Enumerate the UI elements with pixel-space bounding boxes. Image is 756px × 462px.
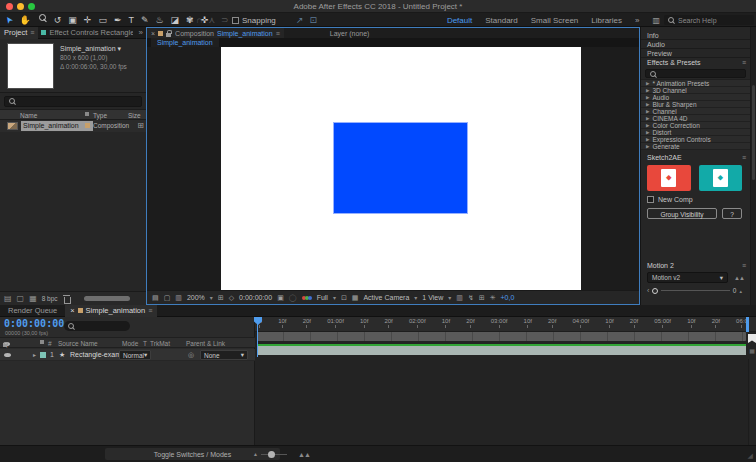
layer-expander-icon[interactable]: ▸	[33, 351, 36, 358]
panel-menu-icon[interactable]: ≡	[742, 153, 746, 162]
viewer-window-icon[interactable]: ▢	[164, 294, 171, 302]
blend-mode-dropdown[interactable]: Normal ▾	[119, 350, 151, 360]
column-trkmat[interactable]: TrkMat	[150, 340, 170, 347]
panel-info[interactable]: Info	[641, 31, 750, 40]
collapsed-arrow-icon[interactable]: ▶	[646, 129, 649, 136]
channels-icon[interactable]	[302, 296, 312, 300]
tab-project[interactable]: Project ≡	[0, 27, 38, 39]
sidebar-scrollbar[interactable]	[750, 27, 756, 305]
panel-menu-icon[interactable]: ≡	[742, 58, 746, 67]
help-button[interactable]: ?	[722, 208, 742, 219]
effects-search-input[interactable]	[645, 69, 746, 78]
brush-tool[interactable]: ✎	[141, 13, 149, 27]
column-size[interactable]: Size	[128, 112, 141, 119]
region-of-interest-icon[interactable]: ⊡	[341, 294, 347, 302]
fast-previews-icon[interactable]: ↯	[468, 294, 474, 302]
workspace-overflow-icon[interactable]: »	[635, 16, 639, 25]
parent-pickwhip-icon[interactable]: ◎	[188, 351, 194, 359]
viewer-options-icon[interactable]: ▥	[175, 294, 182, 302]
column-name[interactable]: Name	[20, 112, 37, 119]
effects-category-item[interactable]: ▶ Generate	[641, 143, 750, 150]
comp-end-marker[interactable]	[746, 317, 749, 332]
horizontal-scrollbar[interactable]	[84, 296, 130, 301]
close-tab-icon[interactable]: ×	[70, 306, 74, 315]
panel-menu-icon[interactable]: ≡	[276, 30, 280, 37]
collapsed-arrow-icon[interactable]: ▶	[646, 87, 649, 94]
motion2-header[interactable]: Motion 2 ≡	[641, 261, 750, 270]
workspace-default[interactable]: Default	[447, 16, 472, 25]
comp-canvas[interactable]	[221, 47, 581, 290]
project-item-row[interactable]: Simple_animation Composition ⊞	[0, 120, 146, 132]
selection-tool[interactable]: ➤	[5, 13, 13, 27]
collapsed-arrow-icon[interactable]: ▶	[646, 101, 649, 108]
grid-guides-icon[interactable]: ⊞	[218, 294, 224, 302]
mini-flowchart-icon[interactable]: ⊞	[479, 294, 485, 302]
project-item-name[interactable]: Simple_animation	[21, 121, 93, 131]
close-tab-icon[interactable]: ×	[151, 30, 155, 37]
workspace-bar-icon[interactable]: ▥	[652, 16, 660, 25]
mask-visibility-icon[interactable]: ◇	[229, 294, 234, 302]
roto-brush-tool[interactable]: ✾	[186, 13, 194, 27]
chevron-down-icon[interactable]: ▾	[333, 294, 336, 301]
pixel-aspect-icon[interactable]: ▥	[456, 294, 463, 302]
parent-link-dropdown[interactable]: None ▾	[200, 350, 248, 360]
work-area-bar[interactable]	[257, 332, 746, 341]
panel-preview[interactable]: Preview	[641, 49, 750, 58]
effects-presets-header[interactable]: Effects & Presets ≡	[641, 58, 750, 67]
zoom-out-mountain-icon[interactable]: ▲	[253, 451, 258, 457]
clone-stamp-tool[interactable]: ♨	[156, 13, 164, 27]
panel-audio[interactable]: Audio	[641, 40, 750, 49]
camera-tool[interactable]: ▣	[68, 13, 77, 27]
viewer-timecode[interactable]: 0:00:00:00	[239, 294, 272, 301]
tab-render-queue[interactable]: Render Queue	[0, 306, 65, 315]
snap-grid-icon[interactable]: ⊡	[310, 13, 318, 27]
layer-duration-bar[interactable]	[257, 346, 746, 355]
chevron-down-icon[interactable]: ▾	[210, 294, 213, 301]
tab-composition[interactable]: × Composition Simple_animation ≡	[147, 28, 284, 38]
panel-menu-icon[interactable]: ≡	[148, 307, 152, 314]
marker-bin-icon[interactable]: ▦	[749, 347, 755, 354]
panel-overflow-icon[interactable]: »	[136, 28, 146, 37]
collapsed-arrow-icon[interactable]: ▶	[646, 122, 649, 129]
panel-menu-icon[interactable]: ≡	[742, 261, 746, 270]
chevron-left-icon[interactable]: ‹	[647, 287, 649, 294]
type-tool[interactable]: T	[128, 13, 134, 27]
collapsed-arrow-icon[interactable]: ▶	[646, 94, 649, 101]
comp-marker-button[interactable]	[748, 334, 756, 343]
label-column-icon[interactable]	[85, 112, 89, 116]
project-search-input[interactable]	[4, 96, 142, 107]
current-timecode[interactable]: 0:00:00:00	[4, 318, 64, 329]
chevron-down-icon[interactable]: ▾	[414, 294, 417, 301]
viewer-lock-icon[interactable]: ▤	[152, 294, 159, 302]
snap-edges-icon[interactable]: ↗	[296, 13, 304, 27]
layer-label-swatch[interactable]	[40, 352, 46, 358]
reset-exposure-icon[interactable]: ✳	[490, 294, 496, 302]
rectangle-shape-layer[interactable]	[333, 122, 468, 214]
column-number[interactable]: #	[48, 340, 52, 347]
new-comp-checkbox[interactable]	[647, 196, 654, 203]
workspace-standard[interactable]: Standard	[485, 16, 517, 25]
sketch2ae-header[interactable]: Sketch2AE ≡	[641, 153, 750, 162]
shape-tool[interactable]: ▭	[98, 13, 107, 27]
new-composition-icon[interactable]: ▦	[29, 294, 37, 303]
lock-icon[interactable]	[166, 30, 172, 37]
timeline-zoom-knob[interactable]	[268, 451, 275, 458]
column-type[interactable]: Type	[93, 112, 107, 119]
sketch-import-button[interactable]: ⬥	[647, 165, 691, 191]
subtab-simple-animation[interactable]: Simple_animation	[151, 38, 219, 47]
slider-increment-icon[interactable]: ▴	[739, 288, 742, 294]
resolution-dropdown[interactable]: Full	[317, 294, 328, 301]
zoom-in-mountains-icon[interactable]: ▲▲	[298, 451, 310, 458]
tab-effect-controls[interactable]: Effect Controls Rectangle-examp	[38, 28, 135, 37]
project-list-empty-area[interactable]	[0, 132, 146, 291]
transparency-grid-icon[interactable]: ▦	[352, 294, 359, 302]
motion-preset-dropdown[interactable]: Motion v2 ▾	[647, 272, 728, 283]
mountains-icon[interactable]: ▲▲	[734, 275, 744, 281]
timeline-track-area[interactable]: 0f10f20f01:00f10f20f02:00f10f20f03:00f10…	[255, 317, 756, 445]
column-mode[interactable]: Mode	[122, 340, 138, 347]
pen-tool[interactable]: ✒	[114, 13, 122, 27]
rotation-tool[interactable]: ↺	[54, 13, 62, 27]
magnification-dropdown[interactable]: 200%	[187, 294, 205, 301]
delete-icon[interactable]	[63, 295, 70, 303]
composition-viewer[interactable]	[147, 47, 639, 290]
